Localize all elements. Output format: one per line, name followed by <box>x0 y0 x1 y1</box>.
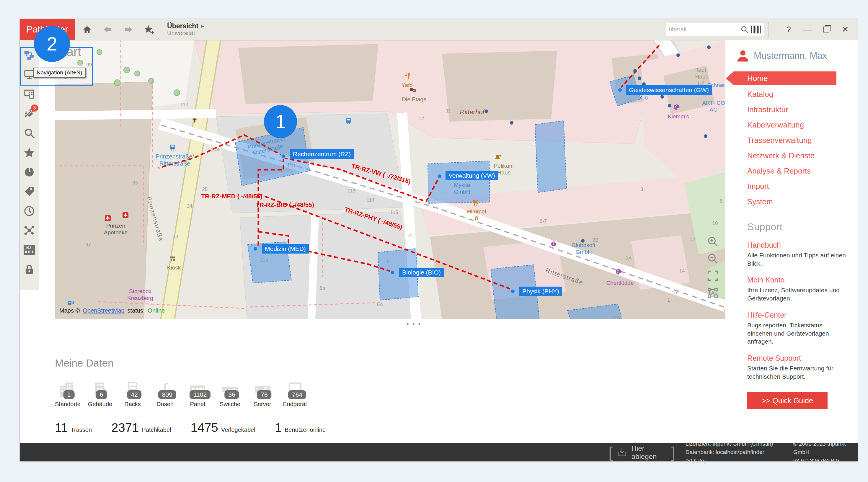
support-link[interactable]: Mein Konto <box>747 276 848 284</box>
support-link[interactable]: Remote Support <box>747 354 848 362</box>
forward-icon[interactable] <box>120 21 137 38</box>
sidebar-item-netzwerk-dienste[interactable]: Netzwerk & Dienste <box>733 148 858 163</box>
sidebar-item-analyse-reports[interactable]: Analyse & Reports <box>733 163 858 179</box>
house-number: 110 <box>287 163 295 169</box>
sidebar-item-katalog[interactable]: Katalog <box>733 87 858 102</box>
titlebar: Pathfinder Übersicht▸ Universität <box>20 19 858 40</box>
street-label: Prinzenstraße <box>145 196 165 242</box>
trasse-label: TR-RZ-BIO ( -/48/55) <box>256 201 314 208</box>
support-link[interactable]: Hilfe-Center <box>747 311 848 319</box>
poi-label: Co <box>641 94 648 101</box>
lock-icon[interactable] <box>20 260 39 279</box>
poi-label: Prinzen Apotheke <box>104 223 128 236</box>
poi-label: Ritterhof <box>460 108 484 116</box>
bus-stop-label: Prinzenstraße/ Ritterstraße <box>156 153 194 167</box>
label-toggle-icon[interactable]: A <box>707 287 719 299</box>
barcode-scan-icon[interactable] <box>751 25 762 34</box>
add-favorite-icon[interactable] <box>141 21 157 38</box>
stat-count-badge: 6 <box>96 390 107 399</box>
map-attr-prefix: Maps © <box>59 307 80 314</box>
version: v3.9.0.326 (64 Bit) <box>793 457 858 465</box>
sidebar-item-home[interactable]: Home <box>726 71 836 85</box>
search-icon[interactable] <box>740 25 749 34</box>
house-number: 12 <box>690 237 695 243</box>
zoom-in-icon[interactable] <box>707 235 719 248</box>
drop-here-icon <box>617 447 627 458</box>
poi-label: Mykita GmbH <box>454 182 470 195</box>
sidebar-menu: HomeKatalogInfrastrukturKabelverwaltungT… <box>733 71 858 209</box>
phone-icon <box>191 117 198 124</box>
stat-count-badge: 764 <box>288 390 306 399</box>
building-marker-label[interactable]: Biologie (BIO) <box>399 268 444 277</box>
sidebar-item-system[interactable]: System <box>733 194 858 209</box>
stat-tile: 76Server <box>250 381 275 408</box>
building-marker-dot[interactable] <box>437 173 442 179</box>
restore-button[interactable] <box>817 21 836 38</box>
stat-label: Endgerät <box>282 401 308 408</box>
minimize-button[interactable]: — <box>798 21 817 38</box>
support-link[interactable]: Handbuch <box>747 241 848 249</box>
search-input[interactable] <box>669 26 740 33</box>
sidebar-item-trassenverwaltung[interactable]: Trassenverwaltung <box>733 132 858 148</box>
support-desc: Bugs reporten, Ticketstatus einsehen und… <box>747 321 848 346</box>
house-number: 112 <box>180 102 188 108</box>
stat-count-badge: 42 <box>127 390 142 399</box>
sidebar-item-infrastruktur[interactable]: Infrastruktur <box>733 102 858 117</box>
map-canvas[interactable]: 999510811011225242397113114115111210a8a6… <box>55 40 725 319</box>
building-marker-dot[interactable] <box>252 246 258 252</box>
home-icon[interactable] <box>79 21 95 38</box>
back-icon[interactable] <box>99 21 116 38</box>
map-resize-handle[interactable]: • • • <box>407 320 421 328</box>
total-value: 2371 <box>111 421 139 435</box>
titlebar-divider-2 <box>768 22 769 37</box>
star-icon[interactable] <box>20 143 39 162</box>
building-marker-label[interactable]: Medizin (MED) <box>262 244 309 254</box>
house-number: 6A <box>377 302 383 308</box>
building-marker-label[interactable]: Physik (PHY) <box>519 287 562 296</box>
trasse-label: TR-RZ-VW ( -/72/315) <box>351 163 411 185</box>
floorplan-icon[interactable] <box>20 85 39 104</box>
basket-icon <box>550 240 557 247</box>
clock-icon[interactable] <box>20 201 39 221</box>
building-marker-dot[interactable] <box>510 288 516 294</box>
map-attribution: Maps © OpenStreetMap status: Online <box>59 307 165 314</box>
breadcrumb[interactable]: Übersicht▸ Universität <box>167 22 204 37</box>
map-status-value: Online <box>148 307 165 314</box>
magnifier-icon[interactable] <box>20 123 39 143</box>
pie-chart-icon[interactable] <box>20 162 39 182</box>
house-number: 6 <box>387 259 390 265</box>
building-marker-dot[interactable] <box>617 87 623 93</box>
stat-tile: 1102Panel <box>185 381 210 408</box>
support-link-block: Mein KontoIhre Lizenz, Softwareupdates u… <box>747 276 848 302</box>
version-info: © 2001-2023 tripunkt GmbH v3.9.0.326 (64… <box>793 440 858 465</box>
close-button[interactable]: ✕ <box>836 21 855 38</box>
tag-icon[interactable] <box>20 182 39 201</box>
house-number: 2A <box>626 256 632 261</box>
building-marker-label[interactable]: Rechenzentrum (RZ) <box>290 149 354 159</box>
user-row[interactable]: Mustermann, Max <box>736 49 858 63</box>
openstreetmap-link[interactable]: OpenStreetMap <box>83 307 124 314</box>
sidebar-item-kabelverwaltung[interactable]: Kabelverwaltung <box>733 117 858 132</box>
right-sidebar: Mustermann, Max HomeKatalogInfrastruktur… <box>733 40 858 444</box>
building-marker-label[interactable]: Geisteswissenschaften (GW) <box>626 85 712 95</box>
notification-badge: 3 <box>31 104 38 111</box>
building-marker-dot[interactable] <box>280 153 286 159</box>
shop-icon <box>169 255 176 262</box>
total-item: 1475Verlegekabel <box>191 421 255 435</box>
tools-icon[interactable]: 3 <box>20 104 39 123</box>
house-number: 16 <box>672 290 677 296</box>
quick-guide-button[interactable]: >> Quick Guide <box>747 392 828 409</box>
house-number: 12 <box>418 116 424 122</box>
help-button[interactable]: ? <box>779 21 798 38</box>
fit-view-icon[interactable] <box>707 269 719 282</box>
building-marker-label[interactable]: Verwaltung (VW) <box>445 171 498 180</box>
map-tools: A <box>707 235 719 299</box>
restore-icon <box>824 27 829 32</box>
zoom-out-icon[interactable] <box>707 252 719 265</box>
graph-icon[interactable] <box>20 221 39 240</box>
drop-zone[interactable]: [ Hier ablegen ] <box>609 444 676 461</box>
sidebar-item-import[interactable]: Import <box>733 179 858 194</box>
building-marker-dot[interactable] <box>390 269 395 276</box>
support-link-block: Remote SupportStarten Sie die Fernwartun… <box>747 354 848 381</box>
ip-address-icon[interactable]: 192.0.0.1 <box>20 240 39 260</box>
